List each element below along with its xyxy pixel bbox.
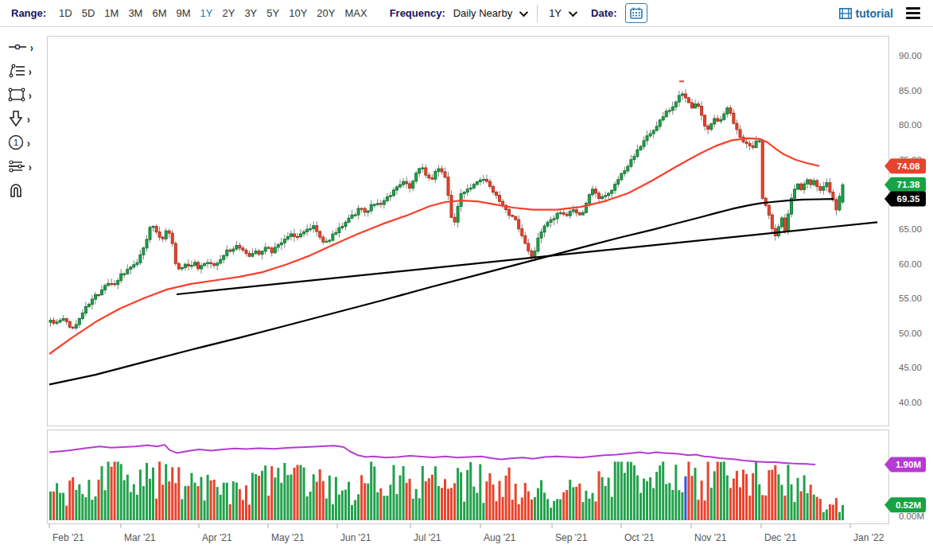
- chart-toolbar: Range: 1D5D1M3M6M9M1Y2Y3Y5Y10Y20YMAX Fre…: [0, 0, 933, 27]
- time-axis-month-label: Feb '21: [52, 532, 84, 543]
- range-option-1d[interactable]: 1D: [54, 5, 77, 21]
- chevron-down-icon: [519, 7, 528, 16]
- time-axis-month-label: Nov '21: [694, 532, 727, 543]
- range-option-5d[interactable]: 5D: [77, 5, 100, 21]
- volume-badge: 0.52M: [884, 497, 926, 512]
- range-option-1m[interactable]: 1M: [99, 5, 123, 21]
- time-axis-month-label: Mar '21: [124, 532, 156, 543]
- candle-wicks: [51, 89, 843, 330]
- volume-bars: [49, 461, 844, 520]
- range-option-2y[interactable]: 2Y: [217, 5, 239, 21]
- calendar-icon: [630, 7, 643, 19]
- time-axis-month-label: Dec '21: [764, 532, 797, 543]
- time-axis-month-label: Oct '21: [624, 532, 655, 543]
- price-axis-tick: 90.00: [899, 51, 922, 60]
- volume-axis-zero: 0.00M: [899, 511, 924, 521]
- price-axis-tick: 55.00: [899, 294, 922, 303]
- time-axis-month-label: May '21: [271, 532, 305, 543]
- price-axis-tick: 80.00: [899, 120, 922, 130]
- range-option-3m[interactable]: 3M: [123, 5, 147, 21]
- time-axis-month-label: Apr '21: [202, 532, 232, 543]
- time-axis-month-label: Jan '22: [853, 532, 884, 543]
- range-option-5y[interactable]: 5Y: [262, 5, 284, 21]
- period-value: 1Y: [549, 7, 562, 19]
- time-axis-month-label: Jun '21: [340, 532, 371, 543]
- tutorial-label: tutorial: [856, 7, 893, 20]
- tutorial-link[interactable]: tutorial: [839, 7, 893, 20]
- hamburger-menu-icon[interactable]: [904, 6, 922, 21]
- black-ma-badge: 69.35: [884, 192, 926, 207]
- last-price-badge: 71.38: [884, 177, 926, 192]
- chart-canvas[interactable]: 90.0085.0080.0075.0065.0060.0055.0050.00…: [0, 27, 933, 560]
- range-option-9m[interactable]: 9M: [172, 5, 196, 21]
- period-dropdown[interactable]: 1Y: [549, 7, 575, 19]
- time-axis-month-label: Jul '21: [414, 532, 441, 543]
- trendline: [177, 222, 877, 294]
- price-axis-tick: 45.00: [899, 363, 922, 372]
- range-option-1y[interactable]: 1Y: [196, 5, 218, 21]
- price-pane-border: [48, 37, 889, 426]
- svg-text:74.08: 74.08: [897, 161, 920, 171]
- red-ma-badge: 74.08: [884, 158, 926, 173]
- svg-text:71.38: 71.38: [897, 180, 920, 189]
- time-axis-month-label: Sep '21: [555, 532, 588, 543]
- date-picker-button[interactable]: [625, 3, 647, 23]
- frequency-dropdown[interactable]: Daily Nearby: [453, 7, 526, 19]
- chevron-down-icon: [569, 7, 577, 16]
- open-interest-line: [49, 445, 815, 465]
- price-axis-tick: 85.00: [899, 86, 922, 95]
- range-option-10y[interactable]: 10Y: [284, 5, 312, 21]
- price-axis-tick: 65.00: [899, 224, 922, 234]
- black-moving-average: [49, 199, 834, 384]
- range-option-max[interactable]: MAX: [340, 5, 371, 21]
- svg-text:0.52M: 0.52M: [896, 500, 921, 510]
- price-axis-tick: 60.00: [899, 259, 922, 269]
- price-volume-chart: 90.0085.0080.0075.0065.0060.0055.0050.00…: [0, 27, 933, 560]
- tutorial-video-icon: [839, 8, 852, 19]
- time-axis-month-label: Aug '21: [484, 532, 516, 543]
- svg-text:1.90M: 1.90M: [896, 460, 921, 469]
- date-label: Date:: [591, 7, 617, 19]
- range-option-6m[interactable]: 6M: [147, 5, 171, 21]
- range-selector: 1D5D1M3M6M9M1Y2Y3Y5Y10Y20YMAX: [54, 5, 372, 21]
- price-axis-tick: 40.00: [899, 398, 922, 407]
- range-option-20y[interactable]: 20Y: [312, 5, 340, 21]
- toolbar-divider: [537, 5, 538, 22]
- svg-text:69.35: 69.35: [897, 194, 920, 204]
- red-moving-average: [49, 138, 819, 354]
- range-option-3y[interactable]: 3Y: [239, 5, 262, 21]
- range-label: Range:: [11, 7, 46, 19]
- open-interest-badge: 1.90M: [884, 457, 926, 472]
- price-axis-tick: 50.00: [899, 329, 922, 338]
- frequency-label: Frequency:: [390, 7, 445, 19]
- frequency-value: Daily Nearby: [453, 7, 512, 19]
